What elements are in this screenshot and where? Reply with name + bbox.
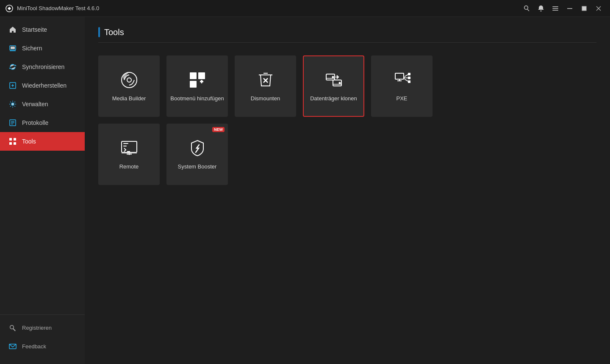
tool-system-booster[interactable]: NEW System Booster [166,124,228,185]
sidebar-divider [0,314,85,315]
svg-rect-1 [552,6,558,7]
sidebar-label-registrieren: Registrieren [22,325,52,331]
backup-icon [8,44,17,52]
booster-icon [187,138,208,158]
network-icon [392,70,412,90]
clone-icon [324,70,344,90]
sidebar-label-wiederherstellen: Wiederherstellen [22,82,67,89]
home-icon [8,25,17,34]
tools-icon [8,137,17,146]
svg-rect-47 [408,77,410,79]
sidebar-label-verwalten: Verwalten [22,101,48,108]
sidebar-label-tools: Tools [22,138,36,145]
sidebar-nav: Startseite Sichern Synchronisieren Wiede… [0,20,85,311]
tool-bootmenu[interactable]: Bootmenü hinzufügen [166,55,228,117]
terminal-icon [119,138,139,158]
svg-rect-41 [395,73,404,79]
tools-row-0: Media Builder Boot [98,55,596,117]
sidebar: Startseite Sichern Synchronisieren Wiede… [0,17,85,364]
svg-rect-9 [11,47,15,49]
notification-button[interactable] [535,2,547,15]
svg-rect-45 [408,73,410,75]
svg-rect-49 [408,80,410,83]
sidebar-label-startseite: Startseite [22,26,47,33]
tool-label-system-booster: System Booster [178,163,217,171]
disc-icon [119,70,139,90]
page-title: Tools [104,28,124,37]
maximize-button[interactable] [578,2,591,15]
page-header: Tools [98,27,596,43]
sidebar-item-feedback[interactable]: Feedback [0,337,85,356]
svg-point-23 [127,78,131,82]
tool-label-remote: Remote [119,163,139,171]
sidebar-item-synchronisieren[interactable]: Synchronisieren [0,58,85,76]
svg-rect-18 [14,138,16,141]
bucket-x-icon [255,70,276,90]
tool-pxe[interactable]: PXE [371,55,433,117]
svg-rect-2 [552,8,558,9]
svg-rect-56 [123,146,127,146]
svg-rect-17 [9,138,12,141]
app-logo [5,4,14,13]
grid-plus-icon [187,70,208,90]
key-icon [8,323,17,332]
title-bar-controls [520,2,605,15]
sidebar-item-wiederherstellen[interactable]: Wiederherstellen [0,76,85,95]
tools-row-1: Remote NEW System Booster [98,124,596,185]
close-button[interactable] [592,2,605,15]
tools-grid: Media Builder Boot [98,55,596,185]
svg-rect-4 [567,8,572,9]
app-title: MiniTool ShadowMaker Test 4.6.0 [17,5,99,11]
tool-remote[interactable]: Remote [98,124,160,185]
svg-point-39 [338,82,341,84]
svg-rect-19 [9,142,12,145]
svg-rect-26 [190,81,197,88]
new-badge: NEW [212,127,225,132]
title-bar-left: MiniTool ShadowMaker Test 4.6.0 [5,4,99,13]
svg-rect-51 [122,141,137,152]
sidebar-item-sichern[interactable]: Sichern [0,39,85,58]
title-bar: MiniTool ShadowMaker Test 4.6.0 [0,0,610,17]
sync-icon [8,63,17,71]
restore-icon [8,81,17,90]
tool-label-media-builder: Media Builder [112,95,146,102]
svg-rect-55 [123,143,128,144]
sidebar-item-verwalten[interactable]: Verwalten [0,95,85,113]
svg-point-35 [332,76,334,78]
svg-rect-25 [198,72,205,79]
svg-point-50 [403,77,405,79]
page-header-accent [98,27,100,37]
svg-rect-5 [582,6,586,11]
tool-label-pxe: PXE [396,95,407,102]
tool-datentraeger-klonen[interactable]: Datenträger klonen [303,55,364,117]
content-area: Tools Media Builder [85,17,610,364]
tool-label-dismounten: Dismounten [251,95,280,102]
main-layout: Startseite Sichern Synchronisieren Wiede… [0,17,610,364]
sidebar-item-registrieren[interactable]: Registrieren [0,318,85,337]
sidebar-item-startseite[interactable]: Startseite [0,20,85,39]
tool-media-builder[interactable]: Media Builder [98,55,160,117]
sidebar-label-synchronisieren: Synchronisieren [22,63,64,70]
manage-icon [8,100,17,108]
sidebar-item-tools[interactable]: Tools [0,132,85,151]
sidebar-label-sichern: Sichern [22,45,42,52]
svg-point-12 [11,103,14,105]
sidebar-label-protokolle: Protokolle [22,119,48,126]
sidebar-item-protokolle[interactable]: Protokolle [0,113,85,132]
minimize-button[interactable] [563,2,576,15]
svg-rect-24 [190,72,197,79]
tool-dismounten[interactable]: Dismounten [235,55,296,117]
tool-label-datentraeger-klonen: Datenträger klonen [310,95,357,102]
mail-icon [8,342,17,350]
sidebar-bottom: Registrieren Feedback [0,311,85,364]
tool-label-bootmenu: Bootmenü hinzufügen [170,95,224,102]
logs-icon [8,119,17,127]
svg-rect-20 [14,142,16,145]
svg-rect-3 [552,10,558,11]
sidebar-label-feedback: Feedback [22,343,46,350]
menu-button[interactable] [549,2,562,15]
key-button[interactable] [520,2,533,15]
